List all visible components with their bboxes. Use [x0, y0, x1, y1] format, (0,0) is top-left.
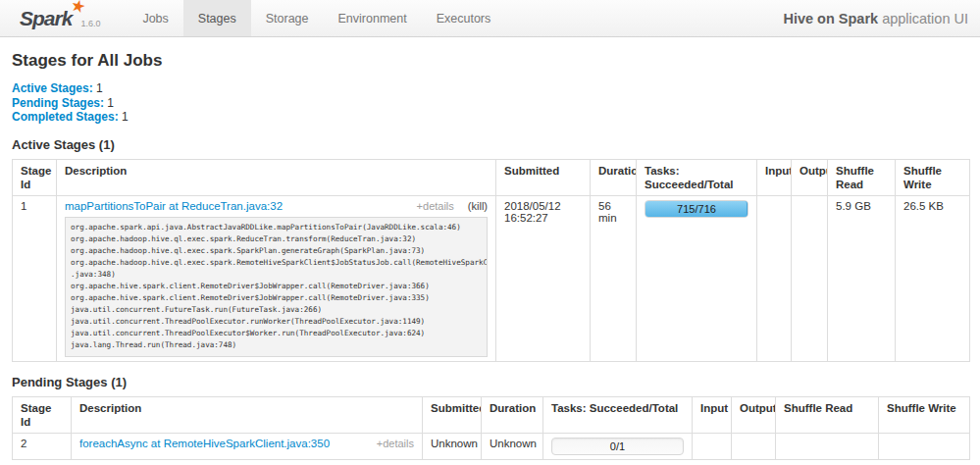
- application-title-suffix: application UI: [878, 11, 968, 26]
- col-header-shuffle-write[interactable]: Shuffle Write: [896, 159, 970, 195]
- completed-stages-count: 1: [122, 110, 129, 124]
- main-content: Stages for All Jobs Active Stages: 1 Pen…: [0, 37, 980, 465]
- summary-pending-stages: Pending Stages: 1: [12, 96, 969, 111]
- duration-cell: 56 min: [591, 195, 637, 361]
- active-stages-count: 1: [96, 81, 103, 95]
- description-cell: mapPartitionsToPair at ReduceTran.java:3…: [57, 195, 496, 361]
- tasks-progress-label: 0/1: [552, 439, 683, 455]
- col-header-input[interactable]: Input: [757, 159, 792, 195]
- col-header-submitted[interactable]: Submitted: [423, 396, 482, 433]
- tasks-cell: 0/1: [543, 433, 693, 459]
- pending-stages-table: Stage Id Description Submitted Duration …: [12, 396, 970, 460]
- tasks-progress-bar: 0/1: [551, 438, 684, 455]
- stages-summary-list: Active Stages: 1 Pending Stages: 1 Compl…: [12, 81, 969, 125]
- submitted-cell: Unknown: [423, 433, 482, 459]
- summary-completed-stages: Completed Stages: 1: [12, 110, 969, 125]
- col-header-submitted[interactable]: Submitted: [496, 159, 591, 195]
- completed-stages-link[interactable]: Completed Stages:: [12, 110, 119, 124]
- top-navbar: Spark ★ 1.6.0 Jobs Stages Storage Enviro…: [0, 0, 980, 37]
- tasks-progress-bar: 715/716: [645, 200, 748, 218]
- tab-storage[interactable]: Storage: [251, 0, 324, 36]
- tab-environment[interactable]: Environment: [324, 0, 422, 36]
- input-cell: [693, 433, 732, 459]
- active-stages-section-title: Active Stages (1): [12, 137, 969, 152]
- pending-stages-link[interactable]: Pending Stages:: [12, 96, 104, 110]
- application-title: Hive on Spark application UI: [783, 0, 968, 37]
- col-header-stage-id[interactable]: Stage Id: [13, 159, 57, 195]
- output-cell: [792, 195, 828, 361]
- active-table-header-row: Stage Id Description Submitted Duration …: [13, 159, 970, 195]
- stage-id-cell: 2: [13, 433, 72, 459]
- table-row: 1 mapPartitionsToPair at ReduceTran.java…: [13, 195, 970, 361]
- table-row: 2 foreachAsync at RemoteHiveSparkClient.…: [13, 433, 970, 459]
- col-header-stage-id[interactable]: Stage Id: [13, 396, 72, 433]
- submitted-cell: 2018/05/12 16:52:27: [496, 195, 591, 361]
- tasks-cell: 715/716: [637, 195, 757, 361]
- nav-tabs: Jobs Stages Storage Environment Executor…: [128, 0, 505, 36]
- application-name: Hive on Spark: [783, 11, 878, 26]
- col-header-description[interactable]: Description: [57, 159, 496, 195]
- pending-stages-section-title: Pending Stages (1): [12, 375, 969, 389]
- pending-stages-count: 1: [107, 96, 114, 110]
- pending-table-header-row: Stage Id Description Submitted Duration …: [13, 396, 970, 433]
- shuffle-write-cell: 26.5 KB: [896, 195, 970, 361]
- stage-description-link[interactable]: mapPartitionsToPair at ReduceTran.java:3…: [65, 200, 283, 212]
- spark-star-icon: ★: [69, 0, 87, 17]
- description-cell: foreachAsync at RemoteHiveSparkClient.ja…: [72, 433, 423, 459]
- tab-jobs[interactable]: Jobs: [128, 0, 182, 36]
- active-stages-link[interactable]: Active Stages:: [12, 81, 93, 95]
- stage-stack-trace: org.apache.spark.api.java.AbstractJavaRD…: [65, 217, 488, 357]
- col-header-shuffle-read[interactable]: Shuffle Read: [828, 159, 896, 195]
- details-toggle[interactable]: +details: [417, 200, 454, 212]
- kill-stage-link[interactable]: (kill): [468, 200, 488, 212]
- spark-version: 1.6.0: [80, 19, 100, 28]
- shuffle-read-cell: 5.9 GB: [828, 195, 896, 361]
- col-header-input[interactable]: Input: [693, 396, 732, 433]
- col-header-tasks[interactable]: Tasks: Succeeded/Total: [543, 396, 693, 433]
- page-title: Stages for All Jobs: [12, 51, 969, 71]
- stage-id-cell: 1: [13, 195, 57, 361]
- duration-cell: Unknown: [482, 433, 543, 459]
- tab-executors[interactable]: Executors: [422, 0, 506, 36]
- spark-logo-text: Spark: [20, 7, 72, 30]
- stage-description-link[interactable]: foreachAsync at RemoteHiveSparkClient.ja…: [79, 438, 330, 449]
- col-header-duration[interactable]: Duration: [591, 159, 637, 195]
- output-cell: [732, 433, 776, 459]
- active-stages-table: Stage Id Description Submitted Duration …: [12, 159, 970, 362]
- shuffle-read-cell: [776, 433, 879, 459]
- col-header-output[interactable]: Output: [732, 396, 776, 433]
- col-header-tasks[interactable]: Tasks: Succeeded/Total: [637, 159, 757, 195]
- tab-stages[interactable]: Stages: [183, 0, 251, 36]
- col-header-shuffle-read[interactable]: Shuffle Read: [776, 396, 879, 433]
- col-header-duration[interactable]: Duration: [482, 396, 543, 433]
- details-toggle[interactable]: +details: [377, 438, 414, 449]
- spark-logo: Spark ★ 1.6.0: [0, 0, 114, 36]
- col-header-output[interactable]: Output: [792, 159, 828, 195]
- col-header-description[interactable]: Description: [72, 396, 423, 433]
- input-cell: [757, 195, 792, 361]
- col-header-shuffle-write[interactable]: Shuffle Write: [879, 396, 970, 433]
- summary-active-stages: Active Stages: 1: [12, 81, 969, 96]
- tasks-progress-label: 715/716: [645, 201, 748, 218]
- shuffle-write-cell: [879, 433, 970, 459]
